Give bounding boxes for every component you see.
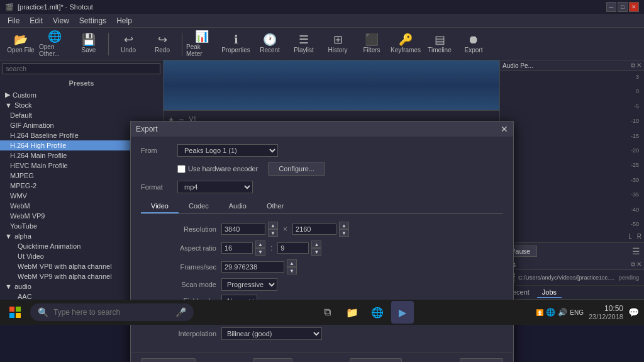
aspect-label: Aspect ratio [141, 244, 216, 252]
aspect-w-input[interactable] [221, 242, 253, 254]
menu-bar: File Edit View Settings Help [0, 14, 644, 28]
windows-logo-icon [9, 307, 21, 318]
save-icon: 💾 [82, 34, 96, 45]
res-w-up[interactable]: ▲ [268, 222, 278, 229]
toolbar: 📂 Open File 🌐 Open Other... 💾 Save ↩ Und… [0, 28, 644, 60]
dialog-close-button[interactable]: ✕ [501, 124, 508, 134]
menu-settings[interactable]: Settings [74, 15, 111, 26]
file-explorer-button[interactable]: 📁 [341, 301, 364, 324]
undo-button[interactable]: ↩ Undo [113, 30, 144, 58]
aspect-h-input[interactable] [277, 242, 309, 254]
hw-encoder-checkbox[interactable] [177, 165, 186, 173]
task-view-button[interactable]: ⧉ [316, 301, 338, 324]
panel-close-icon[interactable]: ✕ [636, 62, 641, 69]
aspect-control: ▲ ▼ : ▲ ▼ [221, 240, 503, 256]
fps-control: ▲ ▼ [221, 259, 503, 274]
redo-button[interactable]: ↪ Redo [147, 30, 178, 58]
panel-dock-icon[interactable]: ⧉ [631, 62, 635, 69]
level-n25: -25 [505, 162, 639, 168]
preset-custom[interactable]: ▶ Custom [0, 89, 163, 100]
search-bar[interactable]: 🔍 🎤 [30, 303, 194, 321]
reset-button[interactable]: Reset [253, 358, 292, 362]
recent-button[interactable]: 🕐 Recent [254, 30, 286, 58]
properties-button[interactable]: ℹ Properties [220, 30, 252, 58]
start-button[interactable] [5, 302, 25, 322]
export-icon: ⏺ [468, 34, 479, 45]
fps-up[interactable]: ▲ [287, 259, 297, 267]
configure-button[interactable]: Configure... [268, 162, 325, 176]
search-input[interactable] [3, 63, 160, 74]
menu-help[interactable]: Help [111, 15, 137, 26]
minimize-button[interactable]: ─ [606, 2, 616, 12]
language-icon: ENG [570, 309, 584, 316]
timeline-button[interactable]: ▤ Timeline [424, 30, 455, 58]
level-n50: -50 [505, 221, 639, 227]
close-window-button[interactable]: ✕ [629, 2, 639, 12]
from-select[interactable]: Peaks Logo 1 (1) [177, 144, 278, 157]
menu-file[interactable]: File [3, 15, 25, 26]
interpolation-select[interactable]: Bilinear (good) [221, 327, 322, 340]
playlist-button[interactable]: ☰ Playlist [288, 30, 319, 58]
open-other-button[interactable]: 🌐 Open Other... [39, 30, 70, 58]
tray-up-icon[interactable]: ⏫ [536, 309, 543, 316]
from-label: From [141, 147, 172, 154]
stream-button[interactable]: Stream [460, 358, 503, 362]
aspect-w-down[interactable]: ▼ [255, 248, 265, 256]
svg-rect-1 [16, 307, 21, 312]
aspect-colon: : [270, 244, 272, 252]
advanced-button[interactable]: Advanced [350, 358, 402, 362]
task-view-icon: ⧉ [324, 307, 331, 318]
maximize-button[interactable]: □ [618, 2, 628, 12]
history-button[interactable]: ⊞ History [322, 30, 353, 58]
fps-down[interactable]: ▼ [287, 267, 297, 274]
tab-video[interactable]: Video [141, 200, 179, 213]
jobs-menu-icon[interactable]: ☰ [632, 246, 640, 256]
jobs-close-icon[interactable]: ✕ [636, 261, 641, 268]
menu-view[interactable]: View [48, 15, 74, 26]
aspect-h-up[interactable]: ▲ [311, 240, 321, 248]
filters-button[interactable]: ⬛ Filters [356, 30, 387, 58]
fps-label: Frames/sec [141, 263, 216, 271]
open-file-icon: 📂 [14, 34, 28, 45]
format-select[interactable]: mp4 [177, 181, 253, 193]
fps-spinner: ▲ ▼ [287, 259, 297, 274]
menu-edit[interactable]: Edit [25, 15, 48, 26]
open-file-button[interactable]: 📂 Open File [5, 30, 36, 58]
aspect-h-down[interactable]: ▼ [311, 248, 321, 256]
jobs-tab[interactable]: Jobs [537, 287, 562, 298]
aspect-w-up[interactable]: ▲ [255, 240, 265, 248]
filters-label: Filters [363, 47, 380, 54]
jobs-dock-icon[interactable]: ⧉ [631, 261, 635, 268]
search-input[interactable] [53, 308, 170, 317]
search-icon: 🔍 [38, 307, 48, 317]
shotcut-button[interactable]: ▶ [391, 301, 414, 324]
notifications-icon[interactable]: 💬 [628, 307, 639, 317]
level-n20: -20 [505, 147, 639, 154]
recent-icon: 🕐 [263, 34, 277, 45]
audio-pe-title: Audio Pe... [502, 62, 533, 69]
export-file-button[interactable]: Export File [141, 358, 196, 362]
tab-audio[interactable]: Audio [219, 200, 257, 213]
scan-select[interactable]: Progressive [221, 278, 277, 291]
peak-meter-label: Peak Meter [186, 43, 218, 57]
keyframes-button[interactable]: 🔑 Keyframes [390, 30, 421, 58]
res-w-down[interactable]: ▼ [268, 229, 278, 237]
peak-meter-button[interactable]: 📊 Peak Meter [186, 30, 218, 58]
export-button[interactable]: ⏺ Export [458, 30, 489, 58]
chrome-button[interactable]: 🌐 [366, 301, 389, 324]
resolution-h-input[interactable] [292, 223, 336, 235]
preset-stock[interactable]: ▼ Stock [0, 100, 163, 110]
svg-rect-2 [9, 313, 14, 318]
preset-default[interactable]: Default [0, 110, 163, 120]
recent-label: Recent [260, 47, 280, 54]
dialog-title-bar: Export ✕ [131, 122, 513, 137]
res-h-down[interactable]: ▼ [339, 229, 349, 237]
resolution-control: ▲ ▼ × ▲ ▼ [221, 222, 503, 237]
level-n10: -10 [505, 118, 639, 124]
fps-input[interactable] [221, 261, 284, 273]
resolution-w-input[interactable] [221, 223, 265, 235]
tab-codec[interactable]: Codec [179, 200, 219, 213]
tab-other[interactable]: Other [257, 200, 294, 213]
save-button[interactable]: 💾 Save [73, 30, 104, 58]
res-h-up[interactable]: ▲ [339, 222, 349, 229]
